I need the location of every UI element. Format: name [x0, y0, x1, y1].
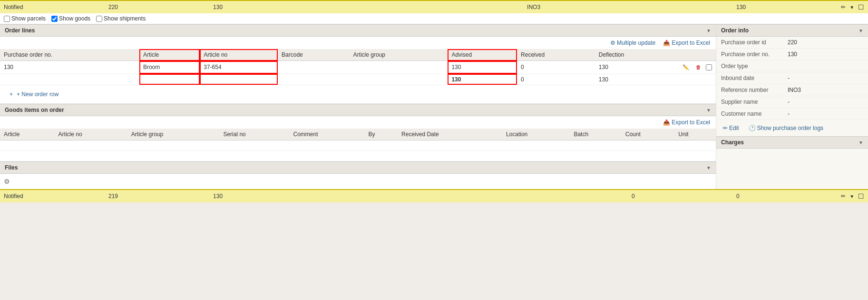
field-purchase-order-no-label: Purchase order no. — [716, 49, 783, 60]
row2-actions — [677, 74, 716, 85]
bottom-checkbox[interactable] — [858, 192, 864, 200]
col-article-group: Article group — [350, 49, 448, 61]
order-info-row: Reference number INO3 — [716, 84, 868, 96]
order-lines-title: Order lines — [5, 27, 35, 34]
order-info-row: Supplier name - — [716, 96, 868, 108]
charges-header: Charges — [716, 136, 868, 149]
show-goods-checkbox[interactable] — [51, 16, 58, 22]
goods-col-received-date: Received Date — [398, 129, 502, 140]
files-title: Files — [5, 164, 18, 171]
field-order-type-label: Order type — [716, 60, 783, 72]
goods-export-icon: 📤 — [663, 119, 670, 126]
bottom-edit-icon[interactable] — [841, 193, 846, 200]
multiple-update-button[interactable]: ⚙ Multiple update — [608, 39, 657, 47]
goods-col-article-no: Article no — [55, 129, 127, 140]
show-shipments-label[interactable]: Show shipments — [96, 15, 146, 22]
field-supplier-name-label: Supplier name — [716, 96, 783, 108]
order-info-header: Order info — [716, 24, 868, 37]
row2-received: 0 — [517, 74, 595, 85]
goods-col-batch: Batch — [570, 129, 621, 140]
field-customer-name-value: - — [783, 108, 868, 120]
goods-items-header: Goods items on order — [0, 104, 716, 116]
goods-col-count: Count — [622, 129, 675, 140]
log-icon: 🕐 — [749, 125, 756, 131]
order-lines-chevron-icon — [706, 27, 711, 34]
export-to-excel-button[interactable]: 📤 Export to Excel — [661, 39, 712, 47]
goods-col-location: Location — [502, 129, 570, 140]
field-purchase-order-id-label: Purchase order id — [716, 37, 783, 49]
row2-deflection: 130 — [595, 74, 677, 85]
goods-col-by: By — [364, 129, 398, 140]
field-purchase-order-id-value: 220 — [783, 37, 868, 49]
show-parcels-label[interactable]: Show parcels — [4, 15, 46, 22]
multiple-update-icon: ⚙ — [610, 40, 615, 46]
show-goods-label[interactable]: Show goods — [51, 15, 90, 22]
col-received: Received — [517, 49, 595, 61]
order-info-row: Customer name - — [716, 108, 868, 120]
top-status-row: Notified 220 130 INO3 130 — [0, 0, 868, 13]
order-info-title: Order info — [721, 27, 749, 34]
new-order-row-button[interactable]: + + New order row — [5, 88, 63, 100]
top-actions — [841, 3, 864, 11]
top-col5: INO3 — [527, 4, 632, 10]
row2-article — [139, 74, 200, 85]
table-row: 130 0 130 — [0, 74, 716, 85]
goods-empty-row-1 — [0, 140, 716, 150]
table-row: 130 Broom 37-654 130 0 130 — [0, 61, 716, 74]
show-logs-button[interactable]: 🕐 Show purchase order logs — [747, 124, 825, 132]
row1-delete-btn[interactable] — [694, 63, 703, 71]
top-col2: 130 — [213, 4, 318, 10]
row2-article-no — [200, 74, 278, 85]
col-deflection: Deflection — [595, 49, 677, 61]
goods-items-collapse-btn[interactable] — [706, 107, 711, 113]
main-layout: Order lines ⚙ Multiple update 📤 Export t… — [0, 24, 868, 189]
goods-export-excel-button[interactable]: 📤 Export to Excel — [661, 118, 712, 127]
bottom-dropdown-icon[interactable] — [849, 193, 854, 200]
top-checkbox[interactable] — [858, 3, 864, 11]
row1-checkbox[interactable] — [706, 64, 712, 70]
row2-barcode — [278, 74, 350, 85]
row1-edit-btn[interactable] — [681, 63, 691, 71]
goods-items-title: Goods items on order — [5, 107, 64, 113]
goods-col-article-group: Article group — [127, 129, 220, 140]
edit-order-button[interactable]: ✏ Edit — [721, 124, 741, 132]
row1-purchase-order-no: 130 — [0, 61, 139, 74]
export-icon: 📤 — [663, 40, 670, 46]
files-chevron-icon — [706, 164, 711, 171]
top-edit-icon[interactable] — [841, 4, 846, 10]
bottom-actions — [841, 192, 864, 200]
field-purchase-order-no-value: 130 — [783, 49, 868, 60]
row1-article-group — [350, 61, 448, 74]
top-dropdown-icon[interactable] — [849, 4, 854, 10]
left-panel: Order lines ⚙ Multiple update 📤 Export t… — [0, 24, 716, 189]
goods-col-serial-no: Serial no — [219, 129, 289, 140]
files-collapse-btn[interactable] — [706, 164, 711, 171]
top-status-label: Notified — [4, 4, 108, 10]
charges-title: Charges — [721, 139, 744, 146]
top-col1: 220 — [108, 4, 213, 10]
bottom-status-row: Notified 219 130 0 0 — [0, 189, 868, 202]
bottom-col2: 130 — [213, 193, 318, 200]
order-info-table: Purchase order id 220 Purchase order no.… — [716, 37, 868, 120]
bottom-status-label: Notified — [4, 193, 108, 200]
charges-collapse-btn[interactable] — [858, 139, 863, 146]
show-parcels-checkbox[interactable] — [4, 16, 10, 22]
col-barcode: Barcode — [278, 49, 350, 61]
right-panel: Order info Purchase order id 220 Purchas… — [716, 24, 868, 189]
bottom-col1: 219 — [108, 193, 213, 200]
order-lines-header: Order lines — [0, 24, 716, 37]
order-info-row: Inbound date - — [716, 72, 868, 84]
gear-icon[interactable] — [4, 179, 10, 185]
row1-actions — [677, 61, 716, 74]
order-info-collapse-btn[interactable] — [858, 27, 863, 34]
col-checkbox — [677, 49, 716, 61]
field-inbound-date-label: Inbound date — [716, 72, 783, 84]
col-advised: Advised — [448, 49, 517, 61]
order-lines-collapse-btn[interactable] — [706, 27, 711, 34]
order-lines-toolbar: ⚙ Multiple update 📤 Export to Excel — [0, 37, 716, 49]
row2-purchase-order-no — [0, 74, 139, 85]
show-shipments-checkbox[interactable] — [96, 16, 102, 22]
col-article: Article — [139, 49, 200, 61]
checkboxes-row: Show parcels Show goods Show shipments — [0, 13, 868, 24]
goods-items-toolbar: 📤 Export to Excel — [0, 116, 716, 129]
